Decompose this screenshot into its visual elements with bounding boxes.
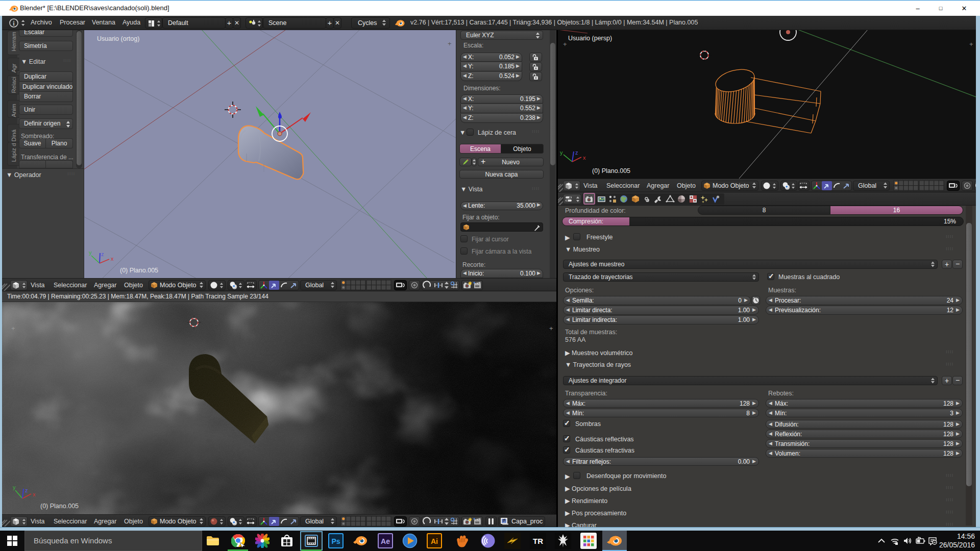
svg-text:(0) Plano.005: (0) Plano.005: [40, 503, 79, 510]
svg-text:(0) Plano.005: (0) Plano.005: [120, 267, 158, 274]
svg-text:y: y: [89, 249, 92, 256]
svg-text:Ae: Ae: [381, 537, 390, 545]
svg-text:Usuario (ortog): Usuario (ortog): [97, 35, 139, 42]
svg-text:Ps: Ps: [331, 537, 340, 545]
svg-text:Usuario (persp): Usuario (persp): [568, 35, 612, 42]
svg-text:(0) Plano.005: (0) Plano.005: [592, 167, 630, 174]
svg-text:+: +: [563, 40, 567, 48]
svg-text:+: +: [969, 40, 973, 48]
svg-text:TR: TR: [533, 537, 543, 545]
svg-text:x: x: [33, 491, 36, 497]
svg-text:i: i: [13, 20, 15, 27]
svg-text:z: z: [101, 251, 104, 257]
svg-text:+: +: [11, 324, 15, 332]
svg-text:y: y: [13, 484, 16, 490]
svg-text:y: y: [560, 149, 563, 156]
svg-text:z: z: [575, 149, 578, 156]
svg-text:Ai: Ai: [431, 537, 438, 545]
svg-text:x: x: [111, 256, 114, 262]
svg-text:+: +: [448, 40, 452, 47]
svg-text:x: x: [583, 155, 586, 161]
svg-text:z: z: [25, 487, 28, 493]
svg-text:+: +: [549, 324, 553, 332]
